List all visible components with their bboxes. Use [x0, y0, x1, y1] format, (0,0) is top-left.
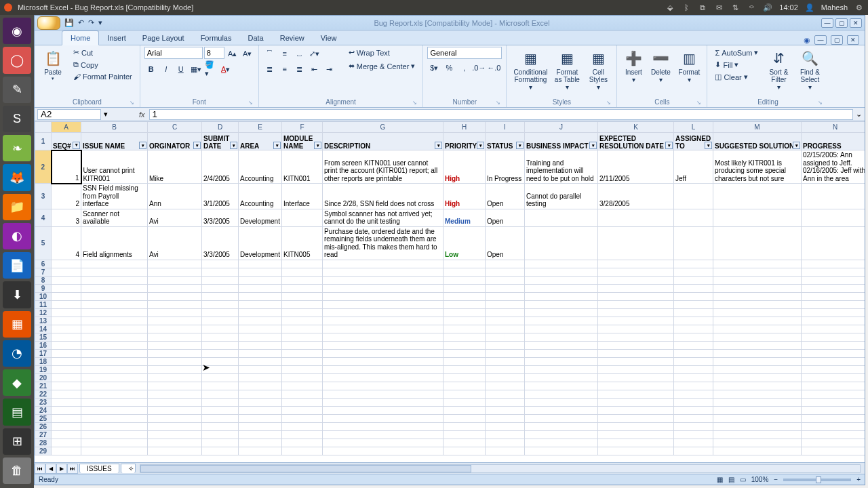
horizontal-scrollbar[interactable] [140, 464, 861, 473]
launcher-trash[interactable]: 🗑 [3, 458, 31, 484]
col-B[interactable]: B [81, 122, 148, 133]
row-26[interactable]: 26 [35, 422, 52, 430]
table-row[interactable]: 27 [35, 430, 865, 439]
tab-data[interactable]: Data [239, 31, 271, 45]
row-8[interactable]: 8 [35, 276, 52, 284]
table-row[interactable]: 32SSN Field missing from Payroll interfa… [35, 184, 865, 209]
user-icon[interactable]: 👤 [805, 3, 814, 12]
row-27[interactable]: 27 [35, 430, 52, 439]
row-25[interactable]: 25 [35, 414, 52, 422]
font-name-combo[interactable] [144, 47, 203, 59]
align-center-button[interactable]: ≡ [278, 62, 292, 76]
orientation-button[interactable]: ⤢▾ [308, 47, 321, 60]
row-1[interactable]: 1 [35, 133, 52, 150]
zoom-in-button[interactable]: + [856, 476, 861, 483]
table-row[interactable]: 12 [35, 308, 865, 317]
table-row[interactable]: 9 [35, 284, 865, 292]
filter-icon[interactable]: ▾ [793, 142, 800, 149]
view-break-icon[interactable]: ▭ [740, 476, 746, 483]
indicator-icon[interactable]: ⬙ [665, 3, 675, 12]
row-7[interactable]: 7 [35, 268, 52, 276]
row-6[interactable]: 6 [35, 260, 52, 268]
filter-icon[interactable]: ▾ [589, 142, 597, 149]
row-22[interactable]: 22 [35, 390, 52, 398]
row-24[interactable]: 24 [35, 406, 52, 414]
font-color-button[interactable]: A▾ [219, 62, 233, 76]
align-bottom-button[interactable]: ⎵ [293, 47, 307, 60]
filter-icon[interactable]: ▾ [516, 142, 524, 149]
col-E[interactable]: E [239, 122, 282, 133]
office-button[interactable] [37, 16, 60, 30]
table-row[interactable]: 26 [35, 422, 865, 430]
copy-button[interactable]: ⧉Copy [70, 59, 136, 70]
gear-icon[interactable]: ⚙ [854, 3, 864, 12]
cell-styles-button[interactable]: ▦Cell Styles▾ [584, 47, 612, 92]
table-row[interactable]: 25 [35, 414, 865, 422]
launcher-files[interactable]: 📁 [3, 194, 31, 220]
column-headers[interactable]: A B C D E F G H I J K L M N [35, 122, 865, 133]
wb-minimize-button[interactable]: — [814, 35, 827, 45]
row-23[interactable]: 23 [35, 398, 52, 406]
table-row[interactable]: 16 [35, 341, 865, 349]
italic-button[interactable]: I [159, 62, 173, 76]
row-3[interactable]: 3 [35, 184, 52, 209]
number-format-combo[interactable] [427, 47, 502, 59]
restore-button[interactable]: ▢ [835, 18, 848, 28]
tab-review[interactable]: Review [272, 31, 313, 45]
table-row[interactable]: 19 [35, 365, 865, 373]
col-I[interactable]: I [486, 122, 525, 133]
launcher-writer[interactable]: 📄 [3, 252, 31, 279]
wifi-icon[interactable]: ⌔ [747, 3, 756, 12]
help-icon[interactable]: ◉ [804, 36, 810, 45]
decrease-indent-button[interactable]: ⇤ [308, 62, 321, 76]
row-14[interactable]: 14 [35, 325, 52, 333]
find-select-button[interactable]: 🔍Find & Select▾ [795, 47, 824, 92]
launcher-app5[interactable]: ◆ [3, 369, 31, 396]
tab-pagelayout[interactable]: Page Layout [134, 31, 193, 45]
next-sheet-button[interactable]: ▶ [56, 464, 67, 474]
format-cells-button[interactable]: ▥Format▾ [675, 47, 703, 85]
expand-formula-icon[interactable]: ⌄ [853, 110, 865, 119]
percent-button[interactable]: % [442, 61, 456, 75]
view-normal-icon[interactable]: ▦ [717, 476, 723, 483]
align-middle-button[interactable]: ≡ [278, 47, 292, 60]
filter-icon[interactable]: ▾ [73, 142, 80, 149]
launcher-app[interactable]: ❧ [3, 135, 31, 161]
cut-button[interactable]: ✂Cut [70, 47, 136, 58]
table-row[interactable]: 14 [35, 325, 865, 333]
font-size-combo[interactable] [204, 47, 224, 59]
row-19[interactable]: 19 [35, 365, 52, 373]
decrease-decimal-button[interactable]: ←.0 [487, 61, 500, 75]
tab-home[interactable]: Home [62, 30, 99, 45]
bold-button[interactable]: B [144, 62, 158, 76]
mail-icon[interactable]: ✉ [714, 3, 724, 12]
close-icon[interactable] [4, 3, 12, 12]
launcher-sublime[interactable]: S [3, 106, 31, 132]
table-row[interactable]: 6 [35, 260, 865, 268]
launcher-editor[interactable]: ✎ [3, 77, 31, 103]
launcher-firefox[interactable]: 🦊 [3, 164, 31, 190]
col-K[interactable]: K [598, 122, 674, 133]
new-sheet-button[interactable]: ✧ [121, 464, 136, 473]
table-row[interactable]: 21User cannot print KITR001Mike2/4/2005A… [35, 150, 865, 184]
increase-indent-button[interactable]: ⇥ [323, 62, 336, 76]
row-5[interactable]: 5 [35, 226, 52, 260]
filter-icon[interactable]: ▾ [477, 142, 484, 149]
user-name[interactable]: Mahesh [821, 3, 848, 12]
launcher-app4[interactable]: ◔ [3, 340, 31, 367]
col-G[interactable]: G [323, 122, 443, 133]
row-21[interactable]: 21 [35, 382, 52, 390]
insert-cells-button[interactable]: ➕Insert▾ [621, 47, 646, 85]
table-row[interactable]: 15 [35, 333, 865, 341]
row-16[interactable]: 16 [35, 341, 52, 349]
format-painter-button[interactable]: 🖌Format Painter [70, 71, 136, 82]
filter-icon[interactable]: ▾ [193, 142, 201, 149]
filter-icon[interactable]: ▾ [705, 142, 712, 149]
row-29[interactable]: 29 [35, 447, 52, 455]
row-18[interactable]: 18 [35, 357, 52, 365]
sheet-tab-issues[interactable]: ISSUES [79, 464, 119, 473]
bluetooth-icon[interactable]: ᛒ [682, 3, 691, 12]
table-row[interactable]: 43Scanner not availableAvi3/3/2005Develo… [35, 209, 865, 226]
table-row[interactable]: 13 [35, 317, 865, 325]
table-row[interactable]: 22 [35, 390, 865, 398]
